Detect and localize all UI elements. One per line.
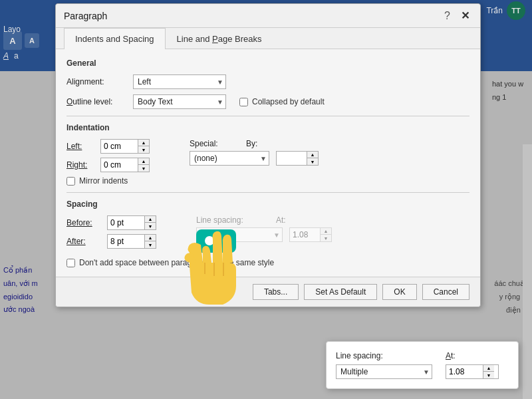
indentation-section-header: Indentation	[66, 123, 469, 132]
dialog-tabs: Indents and Spacing Line and Page Breaks	[56, 28, 480, 49]
popup-at-spinner-btns: ▲ ▼	[483, 365, 494, 378]
left-value[interactable]	[101, 140, 138, 153]
at-spinner-btns-bg: ▲ ▼	[320, 228, 331, 241]
before-label: Before:	[66, 218, 103, 227]
spacing-layout: Before: ▲ ▼ After: ▲	[66, 215, 469, 253]
line-spacing-labels-bg: Line spacing: At:	[196, 215, 332, 225]
after-label: After:	[66, 237, 103, 246]
after-spinner: ▲ ▼	[107, 234, 156, 249]
popup-at-label: At:	[446, 351, 509, 360]
before-spinner: ▲ ▼	[107, 215, 156, 230]
right-up[interactable]: ▲	[138, 158, 149, 165]
by-value[interactable]	[277, 152, 307, 165]
dialog-titlebar: Paragraph ? ✕	[56, 4, 480, 28]
after-row: After: ▲ ▼	[66, 234, 156, 249]
after-up[interactable]: ▲	[145, 235, 156, 241]
before-row: Before: ▲ ▼	[66, 215, 156, 230]
at-up-bg: ▲	[321, 228, 331, 235]
by-down[interactable]: ▼	[307, 158, 318, 165]
after-spinner-btns: ▲ ▼	[144, 235, 156, 248]
special-by-inputs: (none) First line Hanging ▼ ▲ ▼	[190, 151, 319, 166]
left-spinner: ▲ ▼	[100, 139, 150, 154]
popup-line-spacing-label: Line spacing:	[336, 351, 432, 360]
special-by-section: Special: By: (none) First line Hanging ▼	[190, 139, 319, 166]
popup-at-down[interactable]: ▼	[483, 372, 494, 378]
by-label: By:	[246, 139, 257, 148]
by-spinner: ▲ ▼	[276, 151, 319, 166]
line-spacing-inputs-bg: Multiple ▼ ▲ ▼	[196, 227, 332, 242]
left-right-indents: Left: ▲ ▼ Right: ▲	[66, 139, 150, 172]
before-value[interactable]	[108, 216, 144, 229]
left-spinner-btns: ▲ ▼	[138, 140, 149, 153]
mirror-checkbox-wrap: Mirror indents	[66, 176, 469, 186]
outline-group: Outline level: Body Text Level 1 Level 2…	[66, 94, 469, 109]
before-after-section: Before: ▲ ▼ After: ▲	[66, 215, 156, 253]
popup-at-value[interactable]	[446, 365, 483, 378]
right-spinner: ▲ ▼	[100, 158, 150, 172]
help-button[interactable]: ?	[442, 10, 453, 22]
dialog-footer: Tabs... Set As Default OK Cancel	[56, 277, 480, 307]
mirror-checkbox[interactable]	[66, 177, 75, 186]
left-up[interactable]: ▲	[138, 140, 149, 146]
outline-select-wrap: Body Text Level 1 Level 2 Level 3 ▼	[133, 94, 226, 109]
close-button[interactable]: ✕	[458, 9, 472, 22]
special-select[interactable]: (none) First line Hanging	[190, 151, 269, 166]
dontadd-row: Don't add space between paragraphs of th…	[66, 258, 469, 267]
spacing-divider	[66, 192, 469, 193]
special-by-labels: Special: By:	[190, 139, 319, 148]
dontadd-checkbox-wrap: Don't add space between paragraphs of th…	[66, 258, 469, 267]
tabs-button[interactable]: Tabs...	[253, 284, 299, 300]
dontadd-checkbox[interactable]	[66, 259, 75, 267]
right-spinner-btns: ▲ ▼	[138, 158, 149, 172]
popup-line-spacing-select[interactable]: Single 1.5 lines Double At least Exactly…	[336, 364, 432, 379]
cancel-button[interactable]: Cancel	[422, 284, 469, 300]
collapsed-checkbox-wrap: Collapsed by default	[239, 97, 325, 106]
popup-at-spinner: ▲ ▼	[446, 364, 499, 379]
after-value[interactable]	[108, 235, 144, 248]
outline-label: Outline level:	[66, 97, 133, 106]
before-up[interactable]: ▲	[145, 216, 156, 223]
after-down[interactable]: ▼	[145, 241, 156, 248]
alignment-group: Alignment: Left Center Right Justified ▼	[66, 74, 469, 89]
popup-at-up[interactable]: ▲	[483, 365, 494, 372]
dialog-controls: ? ✕	[442, 9, 472, 22]
dialog-body: General Alignment: Left Center Right Jus…	[56, 49, 480, 277]
right-down[interactable]: ▼	[138, 165, 149, 172]
at-spinner-bg: ▲ ▼	[289, 227, 332, 242]
paragraph-dialog: Paragraph ? ✕ Indents and Spacing Line a…	[55, 3, 481, 307]
dialog-title: Paragraph	[64, 11, 107, 21]
tab-indents-spacing[interactable]: Indents and Spacing	[64, 28, 166, 49]
by-spinner-btns: ▲ ▼	[307, 152, 318, 165]
right-value[interactable]	[101, 158, 138, 172]
outline-select[interactable]: Body Text Level 1 Level 2 Level 3	[133, 94, 226, 109]
popup-line-spacing-select-wrap: Single 1.5 lines Double At least Exactly…	[336, 364, 432, 379]
popup-row: Line spacing: Single 1.5 lines Double At…	[336, 351, 509, 379]
set-as-default-button[interactable]: Set As Default	[304, 284, 377, 300]
left-label: Left:	[66, 142, 96, 151]
popup-line-spacing-col: Line spacing: Single 1.5 lines Double At…	[336, 351, 432, 379]
special-label: Special:	[190, 139, 226, 148]
alignment-select-wrap: Left Center Right Justified ▼	[133, 74, 226, 89]
general-section-header: General	[66, 59, 469, 68]
alignment-label: Alignment:	[66, 77, 133, 86]
line-spacing-select-bg: Multiple	[196, 227, 283, 242]
before-spinner-btns: ▲ ▼	[144, 216, 156, 229]
tab-line-page-breaks[interactable]: Line and Page Breaks	[166, 28, 273, 49]
at-down-bg: ▼	[321, 235, 331, 241]
alignment-select[interactable]: Left Center Right Justified	[133, 74, 226, 89]
spacing-section-header: Spacing	[66, 200, 469, 209]
at-value-bg	[290, 228, 320, 241]
right-indent-row: Right: ▲ ▼	[66, 158, 150, 172]
by-up[interactable]: ▲	[307, 152, 318, 158]
popup-at-col: At: ▲ ▼	[446, 351, 509, 379]
ok-button[interactable]: OK	[382, 284, 416, 300]
line-spacing-label-bg: Line spacing:	[196, 215, 256, 225]
line-spacing-select-wrap-bg: Multiple ▼	[196, 227, 283, 242]
mirror-row: Mirror indents	[66, 176, 469, 186]
right-label: Right:	[66, 160, 96, 170]
collapsed-label: Collapsed by default	[239, 97, 325, 106]
left-down[interactable]: ▼	[138, 146, 149, 153]
collapsed-checkbox[interactable]	[239, 98, 248, 106]
general-divider	[66, 116, 469, 116]
before-down[interactable]: ▼	[145, 223, 156, 229]
